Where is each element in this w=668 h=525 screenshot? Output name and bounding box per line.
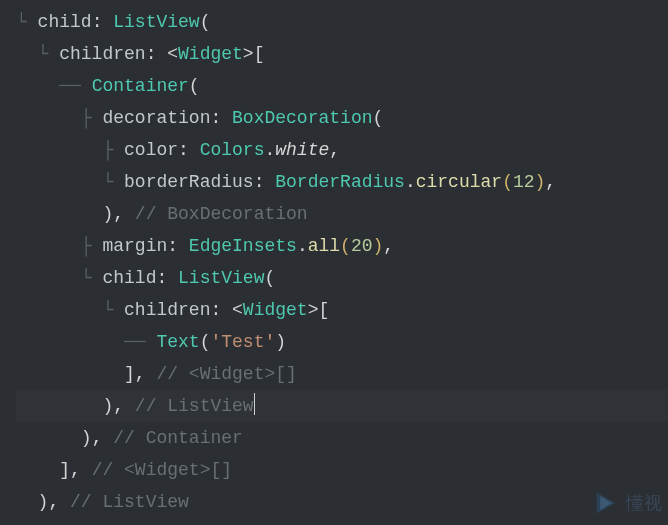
code-line[interactable]: └ child: ListView( bbox=[16, 262, 668, 294]
indent-guide: ├ bbox=[16, 140, 124, 160]
code-line[interactable]: ├ color: Colors.white, bbox=[16, 134, 668, 166]
code-token: . bbox=[297, 236, 308, 256]
code-token: ( bbox=[340, 236, 351, 256]
indent-guide bbox=[16, 204, 102, 224]
code-token: Widget bbox=[178, 44, 243, 64]
code-line[interactable]: ), // Container bbox=[16, 422, 668, 454]
indent-guide bbox=[16, 428, 81, 448]
code-token: Widget bbox=[243, 300, 308, 320]
code-token: ) bbox=[275, 332, 286, 352]
code-token: : bbox=[156, 268, 178, 288]
code-token: , bbox=[113, 204, 135, 224]
code-token: BorderRadius bbox=[275, 172, 405, 192]
code-token: , bbox=[329, 140, 340, 160]
code-line[interactable]: └ borderRadius: BorderRadius.circular(12… bbox=[16, 166, 668, 198]
indent-guide: ── bbox=[16, 76, 92, 96]
code-token: : bbox=[210, 108, 232, 128]
code-token: >[ bbox=[243, 44, 265, 64]
code-token: ) bbox=[535, 172, 546, 192]
code-token: Container bbox=[92, 76, 189, 96]
code-token: : bbox=[92, 12, 114, 32]
code-token: // BoxDecoration bbox=[135, 204, 308, 224]
code-line[interactable]: └ children: <Widget>[ bbox=[16, 294, 668, 326]
code-token: ( bbox=[189, 76, 200, 96]
code-line[interactable]: ], // <Widget>[] bbox=[16, 358, 668, 390]
code-token: decoration bbox=[102, 108, 210, 128]
code-token: , bbox=[545, 172, 556, 192]
code-token: EdgeInsets bbox=[189, 236, 297, 256]
code-token: circular bbox=[416, 172, 502, 192]
code-token: : bbox=[167, 236, 189, 256]
code-token: ) bbox=[38, 492, 49, 512]
indent-guide: └ bbox=[16, 300, 124, 320]
indent-guide: ── bbox=[16, 332, 156, 352]
indent-guide bbox=[16, 396, 102, 416]
code-token: ( bbox=[502, 172, 513, 192]
code-token: // ListView bbox=[135, 396, 254, 416]
code-token: all bbox=[308, 236, 340, 256]
code-token: . bbox=[405, 172, 416, 192]
indent-guide bbox=[16, 364, 124, 384]
indent-guide: └ bbox=[16, 172, 124, 192]
code-token: ) bbox=[81, 428, 92, 448]
code-token: ( bbox=[373, 108, 384, 128]
code-line[interactable]: ├ decoration: BoxDecoration( bbox=[16, 102, 668, 134]
code-token: ( bbox=[200, 12, 211, 32]
code-token: : bbox=[178, 140, 200, 160]
code-token: 'Test' bbox=[210, 332, 275, 352]
code-line[interactable]: └ children: <Widget>[ bbox=[16, 38, 668, 70]
code-token: child bbox=[102, 268, 156, 288]
indent-guide: └ bbox=[16, 44, 59, 64]
code-token: ] bbox=[124, 364, 135, 384]
code-token: margin bbox=[102, 236, 167, 256]
code-token: Colors bbox=[200, 140, 265, 160]
code-token: color bbox=[124, 140, 178, 160]
code-token: ListView bbox=[113, 12, 199, 32]
code-editor[interactable]: └ child: ListView( └ children: <Widget>[… bbox=[0, 0, 668, 518]
code-token: , bbox=[383, 236, 394, 256]
code-token: 20 bbox=[351, 236, 373, 256]
code-token: ) bbox=[102, 396, 113, 416]
code-token: children bbox=[59, 44, 145, 64]
code-token: . bbox=[264, 140, 275, 160]
indent-guide bbox=[16, 492, 38, 512]
code-token: , bbox=[92, 428, 114, 448]
code-token: children bbox=[124, 300, 210, 320]
code-token: , bbox=[135, 364, 157, 384]
text-cursor bbox=[254, 393, 255, 415]
code-token: >[ bbox=[308, 300, 330, 320]
code-line[interactable]: ├ margin: EdgeInsets.all(20), bbox=[16, 230, 668, 262]
code-token: ( bbox=[264, 268, 275, 288]
code-token: child bbox=[38, 12, 92, 32]
code-line[interactable]: ), // ListView bbox=[16, 390, 668, 422]
code-token: Text bbox=[156, 332, 199, 352]
code-token: : bbox=[254, 172, 276, 192]
code-token: , bbox=[70, 460, 92, 480]
code-token: ) bbox=[373, 236, 384, 256]
indent-guide: ├ bbox=[16, 236, 102, 256]
code-token: white bbox=[275, 140, 329, 160]
code-token: borderRadius bbox=[124, 172, 254, 192]
indent-guide bbox=[16, 460, 59, 480]
code-line[interactable]: ), // ListView bbox=[16, 486, 668, 518]
code-token: , bbox=[113, 396, 135, 416]
indent-guide: └ bbox=[16, 12, 38, 32]
code-token: ) bbox=[102, 204, 113, 224]
code-line[interactable]: ── Text('Test') bbox=[16, 326, 668, 358]
indent-guide: └ bbox=[16, 268, 102, 288]
code-token: , bbox=[48, 492, 70, 512]
code-token: ListView bbox=[178, 268, 264, 288]
code-token: : < bbox=[210, 300, 242, 320]
code-token: // Container bbox=[113, 428, 243, 448]
code-line[interactable]: ], // <Widget>[] bbox=[16, 454, 668, 486]
indent-guide: ├ bbox=[16, 108, 102, 128]
code-line[interactable]: ), // BoxDecoration bbox=[16, 198, 668, 230]
code-token: // <Widget>[] bbox=[92, 460, 232, 480]
code-token: 12 bbox=[513, 172, 535, 192]
code-line[interactable]: └ child: ListView( bbox=[16, 6, 668, 38]
code-token: // <Widget>[] bbox=[156, 364, 296, 384]
code-token: // ListView bbox=[70, 492, 189, 512]
code-line[interactable]: ── Container( bbox=[16, 70, 668, 102]
code-token: ] bbox=[59, 460, 70, 480]
code-token: ( bbox=[200, 332, 211, 352]
